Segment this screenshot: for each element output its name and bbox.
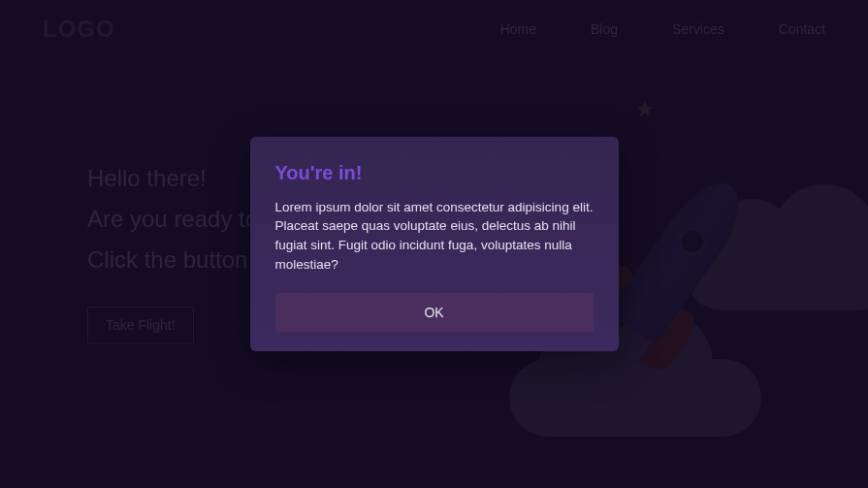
page: LOGO Home Blog Services Contact Hello th… [0,0,868,488]
modal-overlay[interactable]: You're in! Lorem ipsum dolor sit amet co… [0,0,868,488]
success-modal: You're in! Lorem ipsum dolor sit amet co… [250,137,619,351]
ok-button[interactable]: OK [275,293,594,332]
modal-body-text: Lorem ipsum dolor sit amet consectetur a… [275,198,594,274]
modal-title: You're in! [275,162,594,184]
